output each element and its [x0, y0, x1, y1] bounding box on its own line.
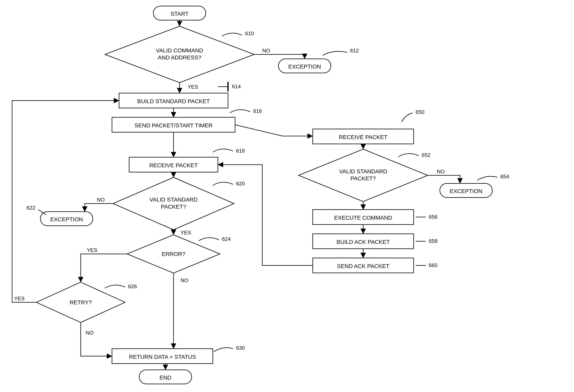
ref-654: 654 — [500, 173, 509, 180]
exc622-label: EXCEPTION — [50, 216, 83, 223]
edge-652-no-label: NO — [437, 168, 445, 174]
ref-630: 630 — [236, 345, 245, 351]
ref-610: 610 — [245, 30, 254, 37]
p618-label: RECEIVE PACKET — [149, 162, 198, 168]
edge-626-no-label: NO — [86, 330, 94, 336]
leader-610 — [222, 33, 242, 36]
leader-630 — [214, 348, 233, 352]
ref-622: 622 — [27, 205, 35, 211]
leader-612 — [323, 51, 347, 56]
edge-616-650 — [235, 125, 312, 136]
edge-652-no — [428, 175, 460, 183]
ref-612: 612 — [350, 48, 359, 54]
exc612-label: EXCEPTION — [288, 63, 321, 70]
leader-620 — [213, 182, 233, 186]
ref-658: 658 — [429, 238, 437, 244]
edge-660-618 — [218, 165, 313, 265]
p660-label: SEND ACK PACKET — [337, 263, 389, 269]
edge-610-yes-label: YES — [188, 84, 198, 90]
p658-label: BUILD ACK PACKET — [337, 239, 390, 245]
ref-614: 614 — [232, 83, 241, 90]
edge-610-no-label: NO — [262, 48, 270, 54]
edge-620-no — [85, 204, 113, 211]
edge-624-no-label: NO — [181, 277, 188, 283]
p656-label: EXECUTE COMMAND — [334, 215, 392, 221]
p616-label: SEND PACKET/START TIMER — [135, 122, 212, 129]
edge-624-yes — [81, 254, 127, 282]
leader-618 — [213, 149, 233, 152]
end-label: END — [159, 374, 171, 381]
start-label: START — [170, 11, 188, 17]
edge-626-no — [81, 322, 112, 356]
flowchart-canvas: START VALID COMMAND AND ADDRESS? 610 EXC… — [0, 0, 574, 392]
edge-620-no-label: NO — [97, 197, 105, 203]
d652-line2: PACKET? — [350, 175, 376, 182]
decision-610-line2: AND ADDRESS? — [158, 55, 201, 61]
d620-line2: PACKET? — [161, 204, 186, 210]
leader-616 — [230, 110, 250, 113]
leader-624 — [199, 238, 219, 241]
leader-654 — [477, 176, 497, 180]
edge-624-yes-label: YES — [87, 247, 97, 253]
ref-624: 624 — [222, 236, 231, 242]
p630-label: RETURN DATA + STATUS — [129, 354, 196, 360]
leader-652 — [398, 154, 419, 157]
d620-line1: VALID STANDARD — [149, 197, 198, 203]
leader-626 — [105, 285, 125, 288]
ref-620: 620 — [236, 181, 245, 187]
ref-650: 650 — [416, 109, 424, 115]
ref-626: 626 — [128, 283, 137, 289]
ref-652: 652 — [422, 152, 430, 158]
p614-label: BUILD STANDARD PACKET — [137, 98, 210, 104]
d624-label: ERROR? — [162, 251, 185, 257]
edge-620-yes-label: YES — [181, 230, 191, 236]
ref-660: 660 — [429, 262, 437, 268]
p650-label: RECEIVE PACKET — [339, 134, 388, 140]
decision-610-line1: VALID COMMAND — [156, 47, 203, 54]
d626-label: RETRY? — [70, 299, 92, 306]
ref-618: 618 — [236, 148, 245, 154]
leader-650 — [402, 113, 413, 122]
exc654-label: EXCEPTION — [450, 188, 482, 194]
d652-line1: VALID STANDARD — [339, 168, 387, 174]
ref-656: 656 — [429, 214, 437, 220]
edge-610-no — [254, 55, 305, 58]
ref-616: 616 — [253, 108, 262, 114]
edge-626-yes-label: YES — [14, 296, 25, 301]
